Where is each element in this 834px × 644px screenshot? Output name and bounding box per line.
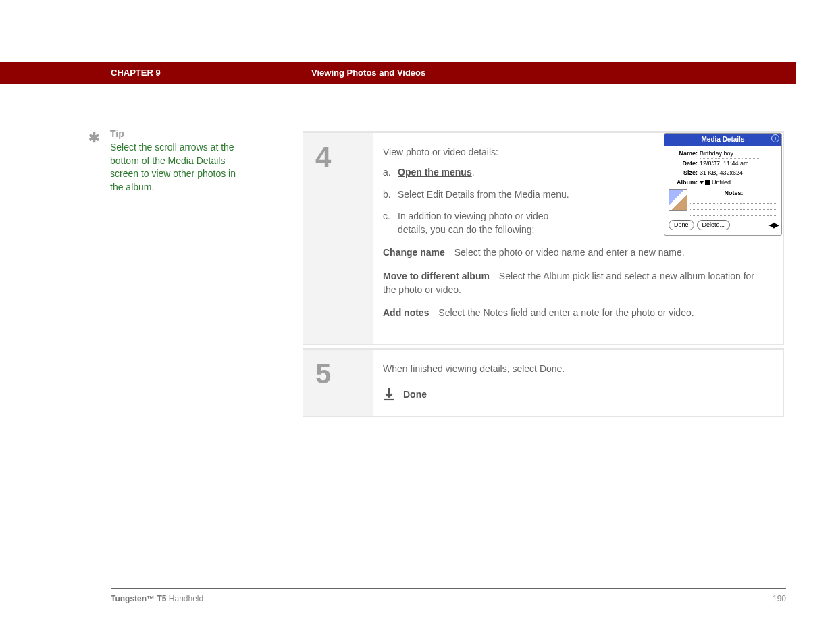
page-number: 190 <box>773 594 786 603</box>
dialog-title: Media Details <box>702 136 745 143</box>
chapter-number: CHAPTER 9 <box>111 68 161 78</box>
def-desc: Select the Notes field and enter a note … <box>438 307 694 318</box>
def-term: Add notes <box>383 307 429 318</box>
open-the-menus-link[interactable]: Open the menus <box>398 167 472 178</box>
notes-field[interactable] <box>690 198 777 204</box>
asterisk-icon: ✱ <box>88 130 100 146</box>
label-album: Album: <box>669 178 700 187</box>
step-number-col: 4 <box>303 133 373 344</box>
chapter-header-bar: CHAPTER 9 Viewing Photos and Videos <box>0 62 796 84</box>
step-intro: View photo or video details: <box>383 145 579 159</box>
step-number-col: 5 <box>303 350 373 417</box>
product-bold: Tungsten™ T5 <box>111 594 166 603</box>
delete-button[interactable]: Delete... <box>697 220 731 230</box>
done-arrow-icon <box>383 387 395 401</box>
steps-container: 4 View photo or video details: a. Open t… <box>303 131 784 419</box>
album-value: Unfiled <box>712 178 731 187</box>
done-button[interactable]: Done <box>669 220 694 230</box>
def-term: Move to different album <box>383 271 490 281</box>
notes-area: Notes: <box>669 189 777 216</box>
done-label: Done <box>403 387 427 401</box>
notes-field[interactable] <box>690 204 777 210</box>
notes-label: Notes: <box>690 189 777 198</box>
substep-a: a. Open the menus. <box>383 165 579 179</box>
notes-column: Notes: <box>690 189 777 216</box>
label-date: Date: <box>669 159 700 168</box>
photo-thumbnail <box>669 189 687 211</box>
step-4: 4 View photo or video details: a. Open t… <box>303 131 784 345</box>
def-desc: Select the photo or video name and enter… <box>454 247 685 258</box>
substep-c-text: In addition to viewing photo or video de… <box>398 211 548 235</box>
field-album: Album: Unfiled <box>669 178 777 187</box>
product-name: Tungsten™ T5 Handheld <box>111 594 203 603</box>
tip-block: ✱ Tip Select the scroll arrows at the bo… <box>88 128 257 194</box>
tip-label: Tip <box>110 128 257 139</box>
step-5: 5 When finished viewing details, select … <box>303 348 784 417</box>
substep-letter: b. <box>383 188 391 201</box>
product-rest: Handheld <box>166 594 203 603</box>
substep-letter: c. <box>383 209 390 223</box>
notes-field[interactable] <box>690 210 777 216</box>
info-icon[interactable]: i <box>771 134 779 142</box>
page: CHAPTER 9 Viewing Photos and Videos ✱ Ti… <box>0 0 834 644</box>
def-change-name: Change name Select the photo or video na… <box>383 246 764 259</box>
category-icon <box>705 180 710 185</box>
def-add-notes: Add notes Select the Notes field and ent… <box>383 306 764 319</box>
scroll-arrows[interactable]: ◀▶ <box>769 220 777 231</box>
value-size: 31 KB, 432x624 <box>700 169 743 178</box>
value-date: 12/8/37, 11:44 am <box>700 159 749 168</box>
step-body: When finished viewing details, select Do… <box>373 350 783 417</box>
step5-body: When finished viewing details, select Do… <box>383 362 764 375</box>
page-footer: Tungsten™ T5 Handheld 190 <box>111 588 786 603</box>
def-term: Change name <box>383 247 445 258</box>
dialog-button-row: Done Delete... ◀▶ <box>669 220 777 231</box>
dialog-body: Name: Birthday boy Date: 12/8/37, 11:44 … <box>664 146 781 235</box>
step-body: View photo or video details: a. Open the… <box>373 133 783 344</box>
step-number: 4 <box>303 133 373 173</box>
field-date: Date: 12/8/37, 11:44 am <box>669 159 777 168</box>
done-row: Done <box>383 387 764 401</box>
substep-list: a. Open the menus. b. Select Edit Detail… <box>383 165 579 236</box>
substep-b: b. Select Edit Details from the Media me… <box>383 188 579 201</box>
field-name: Name: Birthday boy <box>669 149 777 159</box>
field-size: Size: 31 KB, 432x624 <box>669 169 777 178</box>
def-move-album: Move to different album Select the Album… <box>383 269 764 297</box>
name-input[interactable]: Birthday boy <box>700 149 760 159</box>
label-name: Name: <box>669 149 700 159</box>
chevron-down-icon <box>700 181 704 184</box>
substep-letter: a. <box>383 165 391 179</box>
tip-body: Select the scroll arrows at the bottom o… <box>110 141 245 194</box>
label-size: Size: <box>669 169 700 178</box>
substep-b-text: Select Edit Details from the Media menu. <box>398 189 569 200</box>
substep-c: c. In addition to viewing photo or video… <box>383 209 579 237</box>
step-number: 5 <box>303 350 373 390</box>
media-details-dialog: Media Details i Name: Birthday boy Date:… <box>664 133 782 236</box>
chapter-title: Viewing Photos and Videos <box>311 68 425 78</box>
dialog-titlebar: Media Details i <box>664 134 781 146</box>
substep-a-after: . <box>472 167 475 178</box>
album-picklist[interactable]: Unfiled <box>700 178 731 187</box>
